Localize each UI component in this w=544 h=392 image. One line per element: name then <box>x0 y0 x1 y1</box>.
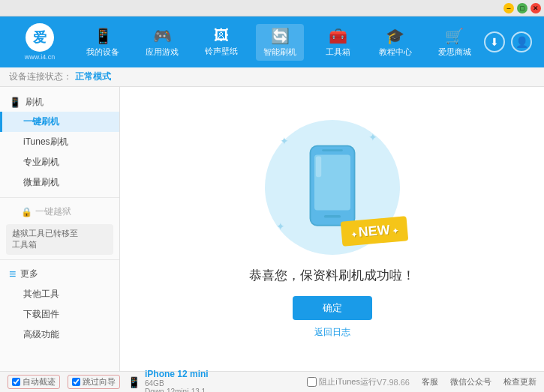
nav-apps-games[interactable]: 🎮 应用游戏 <box>138 24 186 61</box>
svg-rect-2 <box>323 214 340 217</box>
itunes-status[interactable]: 阻止iTunes运行 <box>307 376 377 388</box>
nav-toolbox[interactable]: 🧰 工具箱 <box>315 24 360 61</box>
nav-items: 📱 我的设备 🎮 应用游戏 🖼 铃声壁纸 🔄 智能刷机 🧰 工具箱 🎓 教程中心… <box>74 24 484 61</box>
user-button[interactable]: 👤 <box>511 31 532 52</box>
maximize-button[interactable]: □ <box>517 3 527 13</box>
header-right: ⬇ 👤 <box>484 31 538 52</box>
device-info: 📱 iPhone 12 mini 64GB Down-12mini-13,1 <box>128 369 209 393</box>
skip-wizard-input[interactable] <box>72 378 80 386</box>
status-value: 正常模式 <box>75 70 111 83</box>
device-firmware: Down-12mini-13,1 <box>145 388 209 393</box>
sidebar-section-more[interactable]: ≡ 更多 <box>0 265 119 284</box>
circle-background: ✦ ✦ ✦ NEW <box>265 120 400 255</box>
device-details-block: iPhone 12 mini 64GB Down-12mini-13,1 <box>145 369 209 393</box>
logo-icon: 爱 <box>26 23 54 52</box>
my-device-label: 我的设备 <box>86 46 119 58</box>
sidebar-section-flash[interactable]: 📱 刷机 <box>0 93 119 112</box>
auto-jump-checkbox[interactable]: 自动截迹 <box>8 375 60 389</box>
bottom-right: V7.98.66 客服 微信公众号 检查更新 <box>377 376 536 388</box>
main-layout: 📱 刷机 一键刷机 iTunes刷机 专业刷机 微量刷机 🔒 一键越狱 越狱工具… <box>0 87 544 371</box>
wechat-link[interactable]: 微信公众号 <box>450 376 491 388</box>
minimize-button[interactable]: – <box>503 3 514 13</box>
itunes-checkbox[interactable] <box>307 377 317 387</box>
device-phone-icon: 📱 <box>128 376 140 388</box>
svg-rect-3 <box>322 149 343 151</box>
back-link[interactable]: 返回日志 <box>314 326 350 339</box>
new-badge: NEW <box>341 216 408 247</box>
sidebar-item-one-key-flash[interactable]: 一键刷机 <box>0 112 119 132</box>
sidebar-jailbreak-note: 越狱工具已转移至 工具箱 <box>6 224 113 255</box>
my-device-icon: 📱 <box>94 27 113 45</box>
sidebar-item-download-firmware[interactable]: 下载固件 <box>0 304 119 325</box>
title-bar: – □ ✕ <box>0 0 544 16</box>
sparkle-2: ✦ <box>368 131 377 143</box>
auto-jump-input[interactable] <box>12 378 20 386</box>
tutorial-label: 教程中心 <box>379 46 412 58</box>
ringtone-label: 铃声壁纸 <box>205 46 238 57</box>
confirm-button[interactable]: 确定 <box>293 296 372 320</box>
bottom-left: 自动截迹 跳过向导 📱 iPhone 12 mini 64GB Down-12m… <box>8 369 307 393</box>
download-button[interactable]: ⬇ <box>484 31 505 52</box>
bottom-bar: 自动截迹 跳过向导 📱 iPhone 12 mini 64GB Down-12m… <box>0 371 544 392</box>
nav-fan-store[interactable]: 🛒 爱思商城 <box>431 24 479 61</box>
sidebar-item-micro-flash[interactable]: 微量刷机 <box>0 172 119 193</box>
check-update-link[interactable]: 检查更新 <box>503 376 536 388</box>
auto-jump-label: 自动截迹 <box>23 376 56 388</box>
more-section-icon: ≡ <box>9 268 16 281</box>
sidebar-jailbreak-locked: 🔒 一键越狱 <box>0 202 119 221</box>
apps-games-icon: 🎮 <box>153 27 172 45</box>
sidebar-divider-2 <box>0 259 119 260</box>
skip-wizard-checkbox[interactable]: 跳过向导 <box>68 375 120 389</box>
logo-area: 爱 www.i4.cn <box>6 23 74 61</box>
smart-flash-label: 智能刷机 <box>263 46 296 58</box>
header: 爱 www.i4.cn 📱 我的设备 🎮 应用游戏 🖼 铃声壁纸 🔄 智能刷机 … <box>0 16 544 67</box>
sidebar: 📱 刷机 一键刷机 iTunes刷机 专业刷机 微量刷机 🔒 一键越狱 越狱工具… <box>0 87 120 371</box>
svg-rect-4 <box>315 156 320 177</box>
status-label: 设备连接状态： <box>9 70 72 83</box>
nav-ringtone[interactable]: 🖼 铃声壁纸 <box>197 24 245 60</box>
ringtone-icon: 🖼 <box>214 27 229 44</box>
sidebar-item-pro-flash[interactable]: 专业刷机 <box>0 152 119 172</box>
toolbox-icon: 🧰 <box>329 27 347 45</box>
version-text: V7.98.66 <box>377 378 410 387</box>
nav-my-device[interactable]: 📱 我的设备 <box>79 24 127 61</box>
more-section-label: 更多 <box>20 268 38 280</box>
device-name: iPhone 12 mini <box>145 369 209 379</box>
tutorial-icon: 🎓 <box>386 27 404 45</box>
device-storage: 64GB <box>145 379 209 388</box>
success-text: 恭喜您，保资料刷机成功啦！ <box>249 267 415 284</box>
fan-store-label: 爱思商城 <box>438 46 471 58</box>
sidebar-item-other-tools[interactable]: 其他工具 <box>0 284 119 304</box>
toolbox-label: 工具箱 <box>326 46 350 58</box>
apps-games-label: 应用游戏 <box>146 46 179 58</box>
logo-sub: www.i4.cn <box>25 53 56 61</box>
sparkle-1: ✦ <box>280 135 289 147</box>
nav-tutorial[interactable]: 🎓 教程中心 <box>371 24 419 61</box>
flash-section-label: 刷机 <box>26 96 44 109</box>
phone-svg <box>302 142 362 232</box>
smart-flash-icon: 🔄 <box>271 27 290 45</box>
customer-service-link[interactable]: 客服 <box>422 376 438 388</box>
itunes-status-label: 阻止iTunes运行 <box>319 376 377 388</box>
phone-illustration: ✦ ✦ ✦ NEW <box>265 120 400 255</box>
flash-section-icon: 📱 <box>9 97 21 108</box>
sidebar-item-advanced[interactable]: 高级功能 <box>0 325 119 345</box>
nav-smart-flash[interactable]: 🔄 智能刷机 <box>256 24 304 61</box>
sidebar-divider-1 <box>0 197 119 198</box>
lock-icon: 🔒 <box>21 207 32 217</box>
status-bar: 设备连接状态： 正常模式 <box>0 67 544 87</box>
sparkle-3: ✦ <box>276 220 285 232</box>
skip-wizard-label: 跳过向导 <box>83 376 116 388</box>
sidebar-item-itunes-flash[interactable]: iTunes刷机 <box>0 132 119 152</box>
close-button[interactable]: ✕ <box>530 3 541 13</box>
fan-store-icon: 🛒 <box>445 27 464 45</box>
content-area: ✦ ✦ ✦ NEW 恭 <box>120 87 544 371</box>
jailbreak-label: 一键越狱 <box>35 205 71 218</box>
